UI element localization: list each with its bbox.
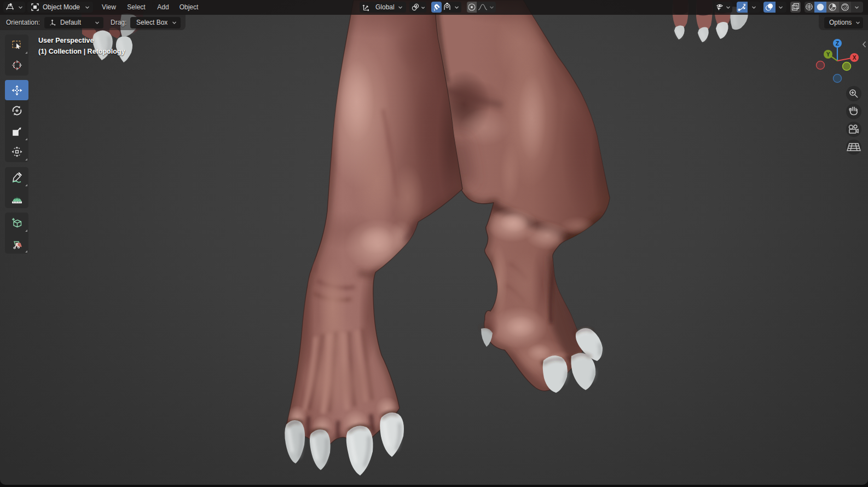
svg-text:Y: Y xyxy=(826,51,830,58)
svg-text:Z: Z xyxy=(836,41,839,47)
svg-text:X: X xyxy=(853,55,857,61)
